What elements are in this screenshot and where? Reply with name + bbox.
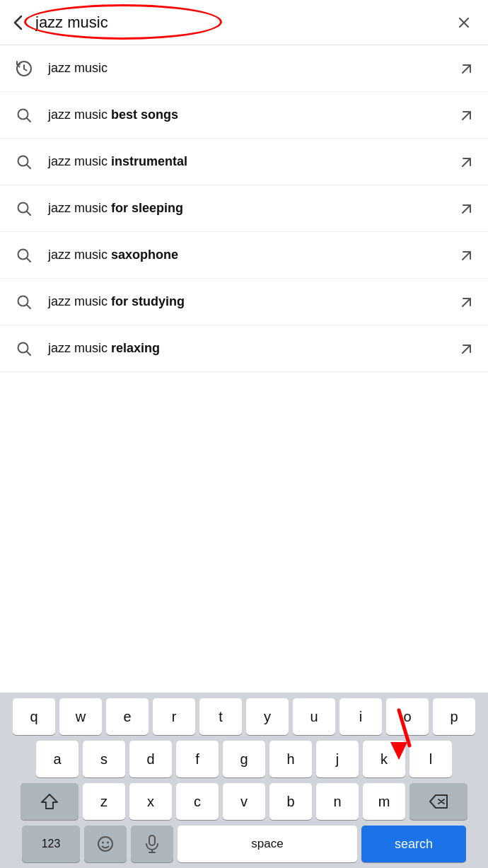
keyboard-row-1: q w e r t y u i o p [3,698,485,735]
suggestion-item[interactable]: jazz music for sleeping [0,185,488,232]
emoji-key[interactable] [84,826,127,862]
key-s[interactable]: s [83,741,125,777]
key-j[interactable]: j [316,741,359,777]
search-input-wrapper [35,13,450,32]
key-t[interactable]: t [199,698,242,735]
keyboard-row-2: a s d f g h j k l [3,741,485,777]
suggestion-text: jazz music for sleeping [48,201,457,216]
keyboard: q w e r t y u i o p a s d f g h j k l z … [0,693,488,868]
search-bar [0,0,488,45]
key-g[interactable]: g [223,741,265,777]
suggestion-item[interactable]: jazz music best songs [0,92,488,139]
svg-point-10 [102,842,104,844]
fill-arrow-icon [457,59,477,79]
key-v[interactable]: v [223,783,265,820]
key-d[interactable]: d [129,741,172,777]
keyboard-row-3: z x c v b n m [3,783,485,820]
key-r[interactable]: r [153,698,195,735]
suggestion-item[interactable]: jazz music for studying [0,279,488,325]
search-icon [11,196,37,221]
key-h[interactable]: h [269,741,312,777]
key-f[interactable]: f [176,741,219,777]
key-n[interactable]: n [316,783,359,820]
key-a[interactable]: a [36,741,79,777]
suggestion-text: jazz music relaxing [48,341,457,356]
clear-button[interactable] [450,11,478,34]
svg-point-9 [98,837,112,851]
search-icon [11,336,37,361]
suggestion-item[interactable]: jazz music [0,45,488,92]
fill-arrow-icon [457,245,477,265]
search-input[interactable] [35,13,450,32]
suggestion-text: jazz music [48,61,457,76]
keyboard-row-4: 123 space search [3,826,485,862]
suggestion-item[interactable]: jazz music instrumental [0,139,488,185]
delete-key[interactable] [409,783,467,820]
key-w[interactable]: w [59,698,102,735]
fill-arrow-icon [457,199,477,219]
suggestion-text: jazz music saxophone [48,248,457,262]
key-z[interactable]: z [83,783,125,820]
key-k[interactable]: k [363,741,405,777]
key-l[interactable]: l [409,741,452,777]
mic-key[interactable] [131,826,173,862]
key-y[interactable]: y [246,698,289,735]
key-u[interactable]: u [293,698,335,735]
key-c[interactable]: c [176,783,219,820]
suggestion-text: jazz music for studying [48,294,457,309]
suggestions-list: jazz music jazz music best songs [0,45,488,372]
suggestion-item[interactable]: jazz music saxophone [0,232,488,279]
key-m[interactable]: m [363,783,405,820]
history-icon [11,56,37,81]
fill-arrow-icon [457,339,477,359]
suggestion-text: jazz music instrumental [48,154,457,169]
search-icon [11,289,37,315]
key-x[interactable]: x [129,783,172,820]
fill-arrow-icon [457,292,477,312]
key-b[interactable]: b [269,783,312,820]
search-icon [11,103,37,128]
back-button[interactable] [10,13,28,32]
key-e[interactable]: e [106,698,149,735]
shift-key[interactable] [21,783,79,820]
search-icon [11,149,37,175]
svg-rect-12 [149,835,155,845]
svg-point-11 [107,842,109,844]
key-p[interactable]: p [433,698,475,735]
fill-arrow-icon [457,105,477,125]
key-i[interactable]: i [339,698,382,735]
numbers-key[interactable]: 123 [22,826,80,862]
key-o[interactable]: o [386,698,429,735]
suggestion-text: jazz music best songs [48,108,457,122]
key-q[interactable]: q [13,698,55,735]
space-key[interactable]: space [178,826,357,862]
suggestion-item[interactable]: jazz music relaxing [0,325,488,372]
fill-arrow-icon [457,152,477,172]
search-key[interactable]: search [361,826,466,862]
search-icon [11,243,37,268]
